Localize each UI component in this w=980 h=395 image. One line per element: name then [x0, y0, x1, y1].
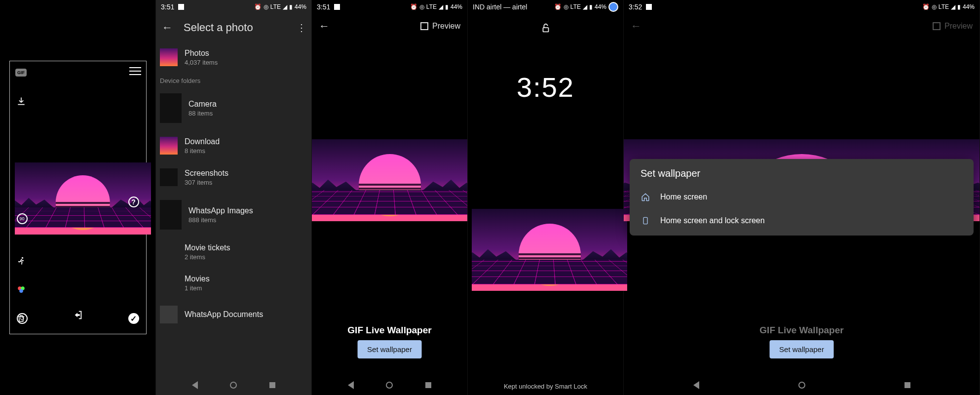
rotate-icon[interactable]: 90	[17, 213, 28, 224]
folder-movie-tickets[interactable]: Movie tickets2 items	[156, 237, 311, 268]
set-wallpaper-button[interactable]: Set wallpaper	[357, 340, 422, 358]
battery-icon: ▮	[289, 3, 293, 10]
menu-icon[interactable]	[129, 67, 141, 75]
folder-whatsapp-images[interactable]: WhatsApp Images888 items	[156, 193, 311, 237]
avatar-icon[interactable]	[608, 2, 618, 12]
nav-back-icon[interactable]	[348, 381, 354, 389]
folder-camera[interactable]: Camera88 items	[156, 86, 311, 130]
nav-recent-icon[interactable]	[425, 382, 431, 388]
alarm-icon: ⏰	[254, 3, 262, 10]
folder-thumb	[160, 137, 178, 155]
folder-thumb	[160, 168, 178, 186]
system-nav	[312, 375, 467, 395]
folder-screenshots[interactable]: Screenshots307 items	[156, 161, 311, 193]
option-home-and-lock[interactable]: Home screen and lock screen	[630, 209, 974, 233]
back-icon[interactable]: ←	[162, 21, 173, 34]
hotspot-icon: ◎	[264, 3, 268, 10]
folder-thumb	[160, 200, 182, 230]
nav-back-icon[interactable]	[693, 381, 699, 389]
battery-pct: 44%	[295, 3, 306, 10]
wallpaper-preview	[472, 209, 627, 291]
nav-home-icon[interactable]	[230, 382, 237, 389]
home-icon	[641, 192, 650, 202]
status-bar: 3:51 ⏰ ◎ LTE ◢ ▮ 44%	[156, 0, 311, 14]
system-nav	[156, 375, 311, 395]
wallpaper-title: GIF Live Wallpaper	[312, 325, 467, 336]
smartlock-label: Kept unlocked by Smart Lock	[468, 383, 623, 390]
folder-whatsapp-docs[interactable]: WhatsApp Documents	[156, 299, 311, 330]
notif-icon	[178, 4, 184, 10]
notif-icon	[646, 4, 652, 10]
svg-point-5	[19, 289, 23, 293]
carrier-label: IND airtel — airtel	[473, 3, 527, 11]
page-title: Select a photo	[184, 21, 286, 34]
net-label: LTE	[270, 3, 281, 10]
option-home-screen[interactable]: Home screen	[630, 185, 974, 209]
svg-point-2	[21, 257, 23, 259]
system-nav	[624, 375, 980, 395]
wallpaper-preview	[312, 139, 467, 221]
run-icon[interactable]	[15, 255, 28, 268]
status-bar: IND airtel — airtel ⏰◎LTE◢▮44%	[468, 0, 623, 14]
svg-rect-6	[543, 28, 548, 32]
help-icon[interactable]: ?	[128, 197, 139, 207]
download-icon[interactable]	[15, 95, 28, 108]
status-time: 3:51	[161, 3, 174, 11]
signal-icon: ◢	[283, 3, 287, 10]
folder-download[interactable]: Download8 items	[156, 130, 311, 161]
overflow-icon[interactable]: ⋮	[297, 22, 305, 34]
folder-movies[interactable]: Movies1 item	[156, 268, 311, 299]
set-wallpaper-sheet: Set wallpaper Home screen Home screen an…	[630, 159, 974, 236]
notif-icon	[334, 4, 340, 10]
nav-recent-icon[interactable]	[905, 382, 910, 388]
checkbox-icon	[933, 22, 941, 30]
folder-thumb	[160, 93, 182, 123]
preview-toggle[interactable]: Preview	[933, 22, 973, 31]
nav-recent-icon[interactable]	[269, 382, 275, 388]
checkbox-icon	[420, 22, 428, 30]
section-label: Device folders	[156, 73, 311, 86]
gif-editor-frame: GIF ? 90 ↺ ✓	[9, 61, 147, 334]
back-icon[interactable]: ←	[631, 20, 641, 33]
wallpaper-title: GIF Live Wallpaper	[624, 325, 980, 336]
status-bar: 3:52 ⏰◎LTE◢▮44%	[624, 0, 980, 14]
folder-thumb	[160, 48, 178, 66]
exit-icon[interactable]	[73, 310, 83, 323]
phone-icon	[641, 216, 650, 226]
nav-home-icon[interactable]	[798, 382, 805, 389]
back-icon[interactable]: ←	[319, 20, 330, 33]
preview-toggle[interactable]: Preview	[420, 22, 460, 31]
confirm-icon[interactable]: ✓	[128, 313, 139, 324]
nav-back-icon[interactable]	[192, 381, 198, 389]
folder-thumb	[160, 306, 178, 323]
nav-home-icon[interactable]	[386, 382, 393, 389]
color-icon[interactable]	[15, 283, 28, 296]
lockscreen-clock: 3:52	[468, 71, 623, 103]
folder-photos[interactable]: Photos4,037 items	[156, 41, 311, 73]
gif-badge[interactable]: GIF	[15, 66, 28, 79]
status-bar: 3:51 ⏰◎LTE◢▮44%	[312, 0, 467, 14]
sheet-title: Set wallpaper	[630, 168, 974, 185]
history-icon[interactable]: ↺	[17, 313, 28, 324]
svg-rect-7	[643, 217, 647, 224]
set-wallpaper-button[interactable]: Set wallpaper	[769, 340, 834, 358]
unlock-icon	[468, 23, 623, 37]
